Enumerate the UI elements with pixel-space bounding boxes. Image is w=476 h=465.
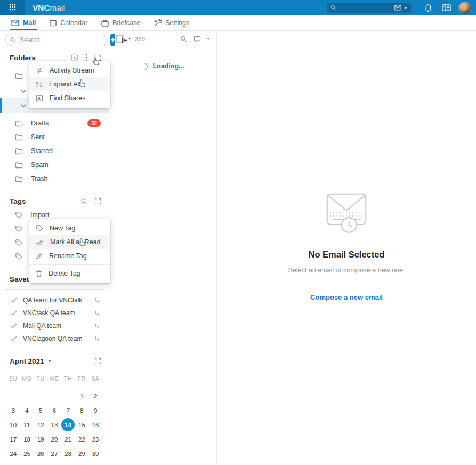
- calendar-day[interactable]: 20: [47, 432, 61, 446]
- calendar-day[interactable]: 17: [6, 432, 20, 446]
- search-scope-mail-icon[interactable]: [394, 5, 407, 11]
- folder-item-trash[interactable]: Trash: [0, 172, 109, 186]
- menu-item-activity-stream[interactable]: Activity Stream: [29, 63, 110, 77]
- check-icon: [11, 298, 17, 303]
- calendar-day[interactable]: 23: [88, 432, 102, 446]
- find-shares-icon: [36, 95, 43, 102]
- folder-label: Sent: [31, 133, 45, 141]
- expand-tags-icon[interactable]: [94, 198, 101, 205]
- tab-mail[interactable]: Mail: [4, 15, 43, 30]
- folder-search-input[interactable]: [20, 36, 102, 44]
- run-search-arrow-icon[interactable]: [94, 335, 100, 342]
- menu-divider: [29, 264, 110, 265]
- global-search[interactable]: [327, 3, 411, 13]
- saved-search-item[interactable]: Mail QA team: [0, 319, 109, 332]
- search-icon: [330, 5, 336, 11]
- briefcase-tab-icon: [101, 20, 109, 27]
- mail-tab-icon: [11, 20, 19, 26]
- tag-search-icon[interactable]: [80, 198, 87, 205]
- menu-item-find-shares[interactable]: Find Shares: [29, 91, 110, 105]
- weekday-label: FR: [75, 376, 89, 384]
- folder-item-drafts[interactable]: Drafts 32: [0, 116, 109, 130]
- calendar-day[interactable]: 10: [6, 418, 20, 432]
- conversation-view-icon[interactable]: [193, 36, 201, 42]
- close-all-folders-icon[interactable]: [71, 54, 78, 61]
- list-search-icon[interactable]: [180, 35, 188, 43]
- calendar-day[interactable]: 21: [61, 432, 75, 446]
- folders-context-menu: Activity Stream Expand All Find Shares: [29, 61, 110, 108]
- menu-item-label: Rename Tag: [49, 252, 87, 260]
- folder-item-starred[interactable]: Starred: [0, 144, 109, 158]
- expand-calendar-icon[interactable]: [94, 358, 101, 365]
- expand-folders-icon[interactable]: [94, 54, 101, 61]
- tags-context-menu: New Tag Mark All as Read Rename Tag Dele: [29, 219, 110, 283]
- reading-pane: No Email Selected Select an email or com…: [217, 31, 476, 464]
- folders-more-kebab-icon[interactable]: [85, 54, 87, 61]
- settings-tab-icon: [154, 19, 162, 27]
- menu-item-label: Delete Tag: [49, 270, 80, 277]
- saved-search-item[interactable]: VNClagoon QA team: [0, 332, 109, 345]
- calendar-day[interactable]: 5: [34, 403, 47, 418]
- collapse-sidebar-icon[interactable]: [121, 37, 128, 44]
- calendar-day[interactable]: 24: [6, 446, 20, 461]
- calendar-day[interactable]: 15: [75, 418, 89, 432]
- run-search-arrow-icon[interactable]: [94, 323, 100, 329]
- compose-new-email-link[interactable]: Compose a new email: [235, 293, 458, 301]
- calendar-day[interactable]: 9: [88, 403, 102, 418]
- menu-item-expand-all[interactable]: Expand All: [29, 77, 110, 91]
- tab-briefcase[interactable]: Briefcase: [94, 15, 147, 30]
- view-options-caret-icon[interactable]: [207, 38, 210, 40]
- calendar-day[interactable]: 6: [47, 403, 61, 418]
- user-avatar[interactable]: [459, 2, 471, 14]
- calendar-day[interactable]: 28: [61, 446, 75, 461]
- menu-item-rename-tag[interactable]: Rename Tag: [29, 249, 110, 263]
- folder-item-spam[interactable]: Spam: [0, 158, 109, 172]
- tab-calendar[interactable]: Calendar: [43, 15, 94, 30]
- menu-item-mark-all-read[interactable]: Mark All as Read: [29, 235, 110, 249]
- loading-label: Loading...: [152, 62, 184, 70]
- menu-item-new-tag[interactable]: New Tag: [29, 221, 110, 235]
- calendar-day[interactable]: 12: [34, 418, 47, 432]
- saved-search-item[interactable]: QA team for VNCtalk: [0, 294, 109, 307]
- spinner-icon: [140, 61, 150, 71]
- calendar-day[interactable]: 2: [88, 389, 102, 403]
- weekday-label: SU: [6, 376, 20, 384]
- calendar-day[interactable]: 8: [75, 403, 89, 418]
- folder-item-sent[interactable]: Sent: [0, 130, 109, 144]
- calendar-day[interactable]: 18: [20, 432, 34, 446]
- compose-add-button[interactable]: +: [110, 34, 115, 46]
- calendar-day[interactable]: 11: [20, 418, 34, 432]
- calendar-day[interactable]: 30: [88, 446, 102, 461]
- email-count: 329: [135, 36, 145, 42]
- empty-state-subtitle: Select an email or compose a new one.: [235, 267, 458, 274]
- global-search-input[interactable]: [336, 5, 394, 11]
- calendar-day[interactable]: 7: [61, 403, 75, 418]
- folder-icon: [15, 162, 23, 169]
- app-launcher-button[interactable]: [0, 0, 25, 15]
- calendar-weekday-row: SU MO TU WE TH FR SA: [0, 376, 109, 384]
- tab-settings[interactable]: Settings: [147, 15, 196, 30]
- menu-item-delete-tag[interactable]: Delete Tag: [29, 267, 110, 280]
- calendar-day[interactable]: 4: [20, 403, 34, 418]
- run-search-arrow-icon[interactable]: [94, 310, 100, 316]
- calendar-day-selected[interactable]: 14: [61, 418, 75, 432]
- run-search-arrow-icon[interactable]: [94, 297, 100, 303]
- saved-search-item[interactable]: VNCtask QA team: [0, 307, 109, 319]
- calendar-day[interactable]: 27: [47, 446, 61, 461]
- calendar-day[interactable]: 22: [75, 432, 89, 446]
- tag-icon: [15, 239, 22, 246]
- calendar-day[interactable]: 26: [34, 446, 47, 461]
- calendar-day[interactable]: 13: [47, 418, 61, 432]
- calendar-day[interactable]: 1: [75, 389, 89, 403]
- calendar-day[interactable]: 16: [88, 418, 102, 432]
- calendar-day[interactable]: 25: [20, 446, 34, 461]
- calendar-day[interactable]: 19: [34, 432, 47, 446]
- reading-pane-toggle-icon[interactable]: [442, 4, 451, 12]
- top-header: VNCmail: [0, 0, 476, 15]
- folder-search-box[interactable]: [5, 34, 107, 46]
- calendar-day[interactable]: 29: [75, 446, 89, 461]
- menu-item-label: New Tag: [50, 225, 75, 232]
- notifications-bell-icon[interactable]: [424, 4, 432, 12]
- calendar-day[interactable]: 3: [6, 403, 20, 418]
- calendar-month-selector[interactable]: April 2021: [10, 357, 51, 365]
